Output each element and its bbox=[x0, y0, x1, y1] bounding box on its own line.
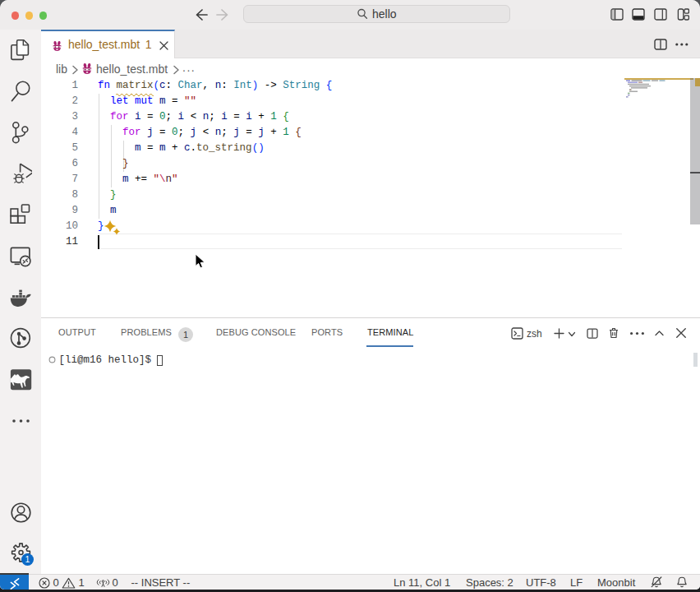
svg-text:1: 1 bbox=[25, 554, 30, 564]
